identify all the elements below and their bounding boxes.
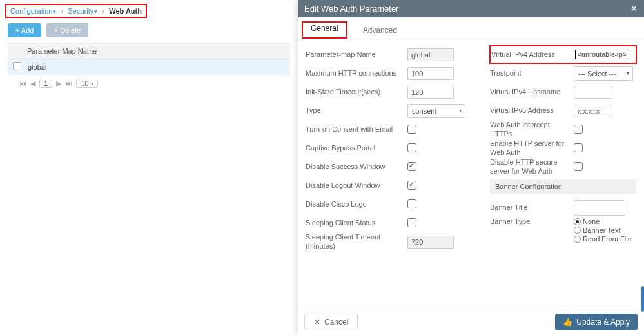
virtual-host-input[interactable] xyxy=(574,86,612,99)
lbl-max-http: Maximum HTTP connections xyxy=(306,69,407,77)
crumb-security[interactable]: Security▾ xyxy=(68,7,97,15)
add-button[interactable]: + Add xyxy=(8,23,41,37)
trustpoint-select[interactable]: --- Select --- xyxy=(574,66,633,81)
wauth-https-checkbox[interactable] xyxy=(574,125,583,134)
chevron-right-icon: › xyxy=(61,8,63,15)
init-timeout-input[interactable] xyxy=(407,86,454,99)
lbl-type: Type xyxy=(306,107,407,115)
http-enable-checkbox[interactable] xyxy=(574,143,583,152)
cancel-button[interactable]: ✕Cancel xyxy=(304,314,358,330)
lbl-captive-bypass: Captive Bypass Portal xyxy=(306,144,407,152)
close-icon: ✕ xyxy=(314,318,320,327)
banner-type-none[interactable]: None xyxy=(574,218,600,225)
banner-type-file[interactable]: Read From File xyxy=(574,235,632,243)
disable-cisco-checkbox[interactable] xyxy=(407,199,416,208)
update-apply-button[interactable]: 👍Update & Apply xyxy=(555,314,638,330)
parameter-map-table: Parameter Map Name global ⏮ ◀ 1 ▶ ⏭ 10 xyxy=(0,43,298,92)
captive-bypass-checkbox[interactable] xyxy=(407,143,416,152)
table-row[interactable]: global xyxy=(8,59,290,75)
chevron-right-icon: › xyxy=(102,8,104,15)
lbl-virtual-ipv4: Virtual IPv4 Address xyxy=(491,50,575,59)
disable-logout-checkbox[interactable] xyxy=(407,181,416,190)
edit-webauth-modal: Edit Web Auth Parameter ✕ General Advanc… xyxy=(298,0,644,335)
page-size-select[interactable]: 10 xyxy=(76,79,98,88)
row-checkbox[interactable] xyxy=(13,62,21,70)
pager-first[interactable]: ⏮ xyxy=(19,79,26,87)
lbl-consent-email: Turn-on Consent with Email xyxy=(306,125,407,134)
lbl-wauth-https: Web Auth intercept HTTPs xyxy=(490,121,574,137)
lbl-http-enable: Enable HTTP server for Web Auth xyxy=(490,139,574,156)
table-header: Parameter Map Name xyxy=(8,43,290,59)
lbl-banner-type: Banner Type xyxy=(490,218,574,226)
lbl-disable-logout: Disable Logout Window xyxy=(306,181,407,190)
modal-title: Edit Web Auth Parameter xyxy=(304,4,398,14)
lbl-sleep-status: Sleeping Client Status xyxy=(306,219,407,227)
tab-general[interactable]: General xyxy=(302,21,347,39)
banner-type-text[interactable]: Banner Text xyxy=(574,227,621,234)
pager-current: 1 xyxy=(39,79,52,88)
crumb-current: Web Auth xyxy=(109,7,142,15)
sleep-timeout-input: 720 xyxy=(407,236,454,249)
virtual-ipv6-input[interactable] xyxy=(574,105,612,117)
lbl-disable-success: Disable Success Window xyxy=(306,163,407,171)
delete-button[interactable]: × Delete xyxy=(46,23,88,37)
consent-email-checkbox[interactable] xyxy=(407,125,416,134)
pager-next[interactable]: ▶ xyxy=(56,79,61,88)
row-name[interactable]: global xyxy=(28,63,46,71)
thumbs-up-icon: 👍 xyxy=(563,318,572,327)
virtual-ipv4-value[interactable]: <unroutable-ip> xyxy=(575,50,629,59)
pager: ⏮ ◀ 1 ▶ ⏭ 10 xyxy=(8,75,290,92)
type-select[interactable]: consent xyxy=(407,104,465,118)
close-icon[interactable]: ✕ xyxy=(630,4,638,14)
lbl-param-map: Parameter-map Name xyxy=(306,50,407,59)
banner-title-input[interactable] xyxy=(574,200,625,216)
max-http-input[interactable] xyxy=(407,67,454,80)
crumb-configuration[interactable]: Configuration▾ xyxy=(10,7,56,15)
disable-success-checkbox[interactable] xyxy=(407,162,416,171)
param-map-name-input: global xyxy=(407,48,454,61)
lbl-virtual-host: Virtual IPv4 Hostname xyxy=(490,88,574,96)
lbl-sleep-timeout: Sleeping Client Timeout (minutes) xyxy=(306,233,407,250)
tab-advanced[interactable]: Advanced xyxy=(359,23,401,39)
breadcrumb: Configuration▾ › Security▾ › Web Auth xyxy=(5,4,147,18)
lbl-banner-title: Banner Title xyxy=(490,203,574,212)
lbl-trustpoint: Trustpoint xyxy=(490,69,574,77)
sleep-status-checkbox[interactable] xyxy=(407,218,416,227)
http-disable-checkbox[interactable] xyxy=(574,162,583,171)
lbl-init-timeout: Init-State Timeout(secs) xyxy=(306,88,407,96)
pager-prev[interactable]: ◀ xyxy=(30,79,35,88)
lbl-http-disable: Disable HTTP secure server for Web Auth xyxy=(490,158,574,175)
scrollbar-indicator[interactable] xyxy=(641,286,644,312)
lbl-virtual-ipv6: Virtual IPv6 Address xyxy=(490,107,574,115)
lbl-disable-cisco: Disable Cisco Logo xyxy=(306,200,407,208)
pager-last[interactable]: ⏭ xyxy=(65,79,72,87)
banner-section-header: Banner Configuration xyxy=(490,179,636,194)
